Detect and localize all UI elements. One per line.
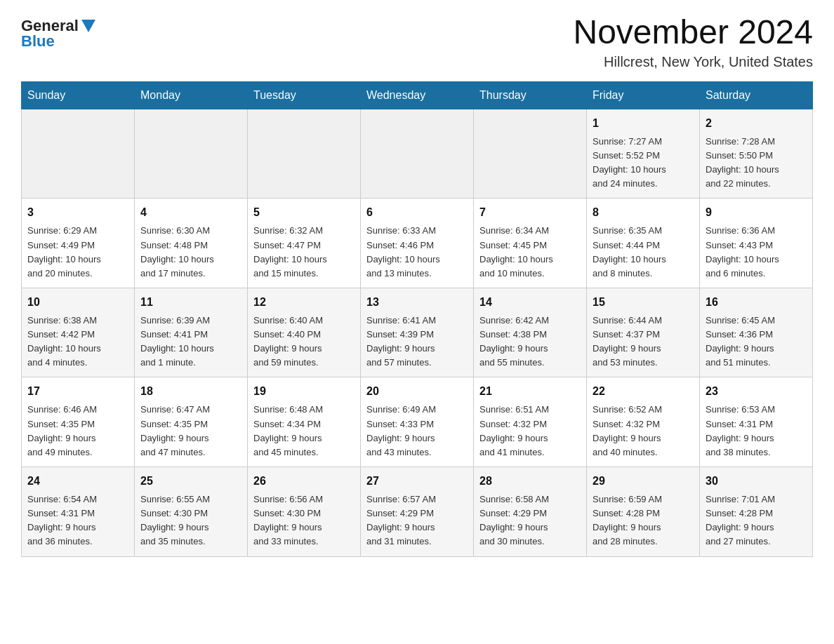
- day-number: 17: [27, 383, 128, 400]
- logo-blue-text: Blue: [21, 34, 55, 49]
- header-sunday: Sunday: [22, 81, 135, 109]
- sun-info: Sunrise: 6:38 AM Sunset: 4:42 PM Dayligh…: [27, 314, 128, 370]
- day-number: 20: [366, 383, 468, 400]
- calendar-cell: 2Sunrise: 7:28 AM Sunset: 5:50 PM Daylig…: [700, 109, 813, 199]
- logo: General Blue: [21, 14, 95, 49]
- sun-info: Sunrise: 7:28 AM Sunset: 5:50 PM Dayligh…: [706, 135, 807, 192]
- calendar-cell: 1Sunrise: 7:27 AM Sunset: 5:52 PM Daylig…: [587, 109, 700, 199]
- sun-info: Sunrise: 6:39 AM Sunset: 4:41 PM Dayligh…: [140, 314, 241, 370]
- sun-info: Sunrise: 6:32 AM Sunset: 4:47 PM Dayligh…: [253, 224, 355, 281]
- sun-info: Sunrise: 6:53 AM Sunset: 4:31 PM Dayligh…: [706, 403, 807, 459]
- calendar-cell: 12Sunrise: 6:40 AM Sunset: 4:40 PM Dayli…: [248, 288, 361, 377]
- calendar-cell: 18Sunrise: 6:47 AM Sunset: 4:35 PM Dayli…: [135, 377, 248, 467]
- calendar-cell: 26Sunrise: 6:56 AM Sunset: 4:30 PM Dayli…: [248, 467, 361, 557]
- calendar-cell: 6Sunrise: 6:33 AM Sunset: 4:46 PM Daylig…: [361, 199, 474, 288]
- calendar-cell: 10Sunrise: 6:38 AM Sunset: 4:42 PM Dayli…: [22, 288, 135, 377]
- day-number: 30: [706, 473, 807, 490]
- calendar-cell: 20Sunrise: 6:49 AM Sunset: 4:33 PM Dayli…: [361, 377, 474, 467]
- calendar-cell: 19Sunrise: 6:48 AM Sunset: 4:34 PM Dayli…: [248, 377, 361, 467]
- calendar-week-row: 1Sunrise: 7:27 AM Sunset: 5:52 PM Daylig…: [22, 109, 813, 199]
- sun-info: Sunrise: 6:44 AM Sunset: 4:37 PM Dayligh…: [593, 314, 694, 370]
- day-number: 18: [140, 383, 241, 400]
- day-number: 13: [366, 294, 468, 311]
- sun-info: Sunrise: 6:47 AM Sunset: 4:35 PM Dayligh…: [140, 403, 241, 459]
- sun-info: Sunrise: 6:54 AM Sunset: 4:31 PM Dayligh…: [27, 492, 128, 549]
- sun-info: Sunrise: 6:49 AM Sunset: 4:33 PM Dayligh…: [366, 403, 468, 459]
- sun-info: Sunrise: 6:30 AM Sunset: 4:48 PM Dayligh…: [140, 224, 241, 281]
- title-area: November 2024 Hillcrest, New York, Unite…: [573, 14, 813, 70]
- calendar-cell: 30Sunrise: 7:01 AM Sunset: 4:28 PM Dayli…: [700, 467, 813, 557]
- day-number: 12: [253, 294, 355, 311]
- day-number: 10: [27, 294, 128, 311]
- calendar-cell: [361, 109, 474, 199]
- day-number: 14: [479, 294, 581, 311]
- calendar-cell: [22, 109, 135, 199]
- calendar-header-row: SundayMondayTuesdayWednesdayThursdayFrid…: [22, 81, 813, 109]
- calendar-cell: 8Sunrise: 6:35 AM Sunset: 4:44 PM Daylig…: [587, 199, 700, 288]
- calendar-cell: 17Sunrise: 6:46 AM Sunset: 4:35 PM Dayli…: [22, 377, 135, 467]
- day-number: 28: [479, 473, 581, 490]
- day-number: 16: [706, 294, 807, 311]
- sun-info: Sunrise: 6:45 AM Sunset: 4:36 PM Dayligh…: [706, 314, 807, 370]
- page-header: General Blue November 2024 Hillcrest, Ne…: [21, 14, 813, 70]
- calendar-cell: 15Sunrise: 6:44 AM Sunset: 4:37 PM Dayli…: [587, 288, 700, 377]
- calendar-cell: 23Sunrise: 6:53 AM Sunset: 4:31 PM Dayli…: [700, 377, 813, 467]
- day-number: 6: [366, 204, 468, 221]
- day-number: 26: [253, 473, 355, 490]
- calendar-cell: 3Sunrise: 6:29 AM Sunset: 4:49 PM Daylig…: [22, 199, 135, 288]
- header-tuesday: Tuesday: [248, 81, 361, 109]
- day-number: 7: [479, 204, 581, 221]
- day-number: 23: [706, 383, 807, 400]
- sun-info: Sunrise: 6:55 AM Sunset: 4:30 PM Dayligh…: [140, 492, 241, 549]
- sun-info: Sunrise: 7:01 AM Sunset: 4:28 PM Dayligh…: [706, 492, 807, 549]
- month-title: November 2024: [573, 14, 813, 51]
- calendar-week-row: 24Sunrise: 6:54 AM Sunset: 4:31 PM Dayli…: [22, 467, 813, 557]
- sun-info: Sunrise: 7:27 AM Sunset: 5:52 PM Dayligh…: [593, 135, 694, 192]
- calendar-cell: 24Sunrise: 6:54 AM Sunset: 4:31 PM Dayli…: [22, 467, 135, 557]
- sun-info: Sunrise: 6:57 AM Sunset: 4:29 PM Dayligh…: [366, 492, 468, 549]
- calendar-cell: 21Sunrise: 6:51 AM Sunset: 4:32 PM Dayli…: [474, 377, 587, 467]
- header-friday: Friday: [587, 81, 700, 109]
- calendar-cell: 28Sunrise: 6:58 AM Sunset: 4:29 PM Dayli…: [474, 467, 587, 557]
- sun-info: Sunrise: 6:33 AM Sunset: 4:46 PM Dayligh…: [366, 224, 468, 281]
- sun-info: Sunrise: 6:58 AM Sunset: 4:29 PM Dayligh…: [479, 492, 581, 549]
- day-number: 8: [593, 204, 694, 221]
- calendar-week-row: 17Sunrise: 6:46 AM Sunset: 4:35 PM Dayli…: [22, 377, 813, 467]
- calendar-cell: [135, 109, 248, 199]
- sun-info: Sunrise: 6:46 AM Sunset: 4:35 PM Dayligh…: [27, 403, 128, 459]
- sun-info: Sunrise: 6:42 AM Sunset: 4:38 PM Dayligh…: [479, 314, 581, 370]
- day-number: 1: [593, 115, 694, 132]
- sun-info: Sunrise: 6:29 AM Sunset: 4:49 PM Dayligh…: [27, 224, 128, 281]
- calendar-cell: 13Sunrise: 6:41 AM Sunset: 4:39 PM Dayli…: [361, 288, 474, 377]
- calendar-table: SundayMondayTuesdayWednesdayThursdayFrid…: [21, 81, 813, 557]
- sun-info: Sunrise: 6:34 AM Sunset: 4:45 PM Dayligh…: [479, 224, 581, 281]
- day-number: 25: [140, 473, 241, 490]
- day-number: 15: [593, 294, 694, 311]
- header-wednesday: Wednesday: [361, 81, 474, 109]
- header-monday: Monday: [135, 81, 248, 109]
- day-number: 27: [366, 473, 468, 490]
- day-number: 21: [479, 383, 581, 400]
- day-number: 5: [253, 204, 355, 221]
- day-number: 9: [706, 204, 807, 221]
- sun-info: Sunrise: 6:40 AM Sunset: 4:40 PM Dayligh…: [253, 314, 355, 370]
- logo-general-text: General: [21, 18, 79, 34]
- sun-info: Sunrise: 6:41 AM Sunset: 4:39 PM Dayligh…: [366, 314, 468, 370]
- logo-triangle-icon: [81, 20, 95, 32]
- sun-info: Sunrise: 6:51 AM Sunset: 4:32 PM Dayligh…: [479, 403, 581, 459]
- calendar-cell: 4Sunrise: 6:30 AM Sunset: 4:48 PM Daylig…: [135, 199, 248, 288]
- calendar-week-row: 10Sunrise: 6:38 AM Sunset: 4:42 PM Dayli…: [22, 288, 813, 377]
- calendar-cell: 9Sunrise: 6:36 AM Sunset: 4:43 PM Daylig…: [700, 199, 813, 288]
- header-thursday: Thursday: [474, 81, 587, 109]
- sun-info: Sunrise: 6:35 AM Sunset: 4:44 PM Dayligh…: [593, 224, 694, 281]
- calendar-cell: 7Sunrise: 6:34 AM Sunset: 4:45 PM Daylig…: [474, 199, 587, 288]
- day-number: 4: [140, 204, 241, 221]
- sun-info: Sunrise: 6:36 AM Sunset: 4:43 PM Dayligh…: [706, 224, 807, 281]
- calendar-cell: 5Sunrise: 6:32 AM Sunset: 4:47 PM Daylig…: [248, 199, 361, 288]
- sun-info: Sunrise: 6:52 AM Sunset: 4:32 PM Dayligh…: [593, 403, 694, 459]
- calendar-cell: 27Sunrise: 6:57 AM Sunset: 4:29 PM Dayli…: [361, 467, 474, 557]
- calendar-cell: 22Sunrise: 6:52 AM Sunset: 4:32 PM Dayli…: [587, 377, 700, 467]
- location-title: Hillcrest, New York, United States: [573, 54, 813, 70]
- day-number: 3: [27, 204, 128, 221]
- sun-info: Sunrise: 6:48 AM Sunset: 4:34 PM Dayligh…: [253, 403, 355, 459]
